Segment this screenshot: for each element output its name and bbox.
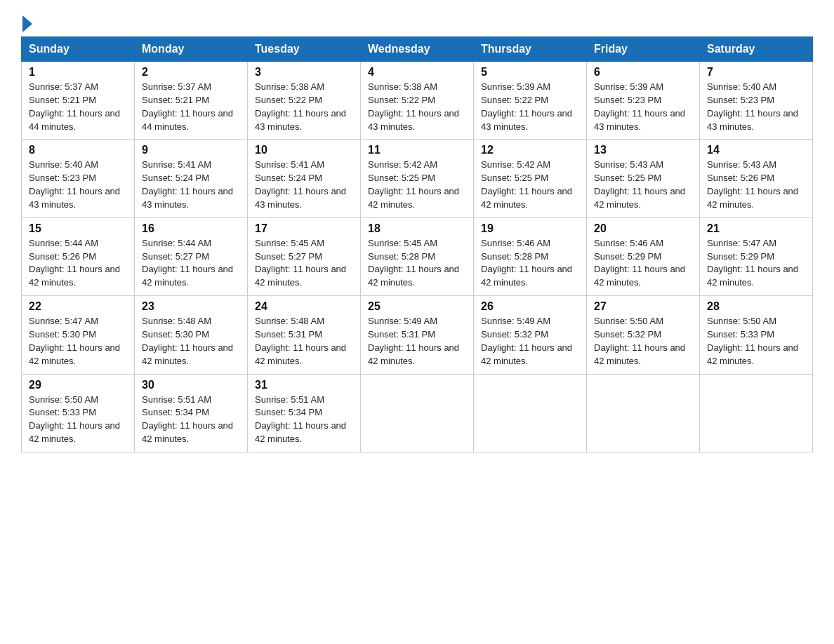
day-cell (361, 374, 474, 452)
day-number: 3 (255, 66, 353, 79)
day-cell (474, 374, 587, 452)
day-info: Sunrise: 5:51 AMSunset: 5:34 PMDaylight:… (142, 394, 240, 446)
day-cell: 29Sunrise: 5:50 AMSunset: 5:33 PMDayligh… (22, 374, 135, 452)
day-cell (587, 374, 700, 452)
day-info: Sunrise: 5:40 AMSunset: 5:23 PMDaylight:… (29, 159, 127, 211)
day-number: 5 (481, 66, 579, 79)
calendar-table: SundayMondayTuesdayWednesdayThursdayFrid… (21, 36, 813, 452)
day-info: Sunrise: 5:43 AMSunset: 5:25 PMDaylight:… (594, 159, 692, 211)
day-cell: 4Sunrise: 5:38 AMSunset: 5:22 PMDaylight… (361, 62, 474, 140)
day-cell: 7Sunrise: 5:40 AMSunset: 5:23 PMDaylight… (700, 62, 813, 140)
day-info: Sunrise: 5:39 AMSunset: 5:22 PMDaylight:… (481, 81, 579, 133)
day-info: Sunrise: 5:47 AMSunset: 5:30 PMDaylight:… (29, 315, 127, 368)
day-cell: 11Sunrise: 5:42 AMSunset: 5:25 PMDayligh… (361, 140, 474, 217)
day-number: 22 (29, 300, 127, 313)
day-number: 7 (707, 66, 805, 79)
header-tuesday: Tuesday (248, 37, 361, 62)
day-cell: 31Sunrise: 5:51 AMSunset: 5:34 PMDayligh… (248, 374, 361, 452)
day-cell: 8Sunrise: 5:40 AMSunset: 5:23 PMDaylight… (22, 140, 135, 217)
day-number: 12 (481, 144, 579, 156)
day-number: 31 (255, 379, 353, 391)
day-cell: 15Sunrise: 5:44 AMSunset: 5:26 PMDayligh… (22, 217, 135, 295)
week-row-4: 22Sunrise: 5:47 AMSunset: 5:30 PMDayligh… (22, 296, 813, 374)
day-cell: 28Sunrise: 5:50 AMSunset: 5:33 PMDayligh… (700, 296, 813, 374)
day-number: 8 (29, 144, 127, 156)
day-cell: 18Sunrise: 5:45 AMSunset: 5:28 PMDayligh… (361, 217, 474, 295)
day-info: Sunrise: 5:40 AMSunset: 5:23 PMDaylight:… (707, 81, 805, 133)
day-info: Sunrise: 5:42 AMSunset: 5:25 PMDaylight:… (368, 159, 466, 211)
day-cell: 13Sunrise: 5:43 AMSunset: 5:25 PMDayligh… (587, 140, 700, 217)
day-info: Sunrise: 5:51 AMSunset: 5:34 PMDaylight:… (255, 394, 353, 446)
day-cell: 23Sunrise: 5:48 AMSunset: 5:30 PMDayligh… (135, 296, 248, 374)
day-cell: 19Sunrise: 5:46 AMSunset: 5:28 PMDayligh… (474, 217, 587, 295)
week-row-2: 8Sunrise: 5:40 AMSunset: 5:23 PMDaylight… (22, 140, 813, 217)
day-number: 18 (368, 222, 466, 235)
logo (21, 14, 32, 29)
day-cell: 5Sunrise: 5:39 AMSunset: 5:22 PMDaylight… (474, 62, 587, 140)
day-info: Sunrise: 5:45 AMSunset: 5:28 PMDaylight:… (368, 237, 466, 290)
week-row-1: 1Sunrise: 5:37 AMSunset: 5:21 PMDaylight… (22, 62, 813, 140)
day-number: 6 (594, 66, 692, 79)
day-info: Sunrise: 5:41 AMSunset: 5:24 PMDaylight:… (255, 159, 353, 211)
day-info: Sunrise: 5:37 AMSunset: 5:21 PMDaylight:… (142, 81, 240, 133)
header-wednesday: Wednesday (361, 37, 474, 62)
day-info: Sunrise: 5:49 AMSunset: 5:31 PMDaylight:… (368, 315, 466, 368)
day-cell (700, 374, 813, 452)
day-cell: 12Sunrise: 5:42 AMSunset: 5:25 PMDayligh… (474, 140, 587, 217)
day-number: 10 (255, 144, 353, 156)
day-number: 1 (29, 66, 127, 79)
day-cell: 1Sunrise: 5:37 AMSunset: 5:21 PMDaylight… (22, 62, 135, 140)
day-cell: 20Sunrise: 5:46 AMSunset: 5:29 PMDayligh… (587, 217, 700, 295)
day-cell: 6Sunrise: 5:39 AMSunset: 5:23 PMDaylight… (587, 62, 700, 140)
day-number: 25 (368, 300, 466, 313)
day-info: Sunrise: 5:46 AMSunset: 5:28 PMDaylight:… (481, 237, 579, 290)
day-number: 27 (594, 300, 692, 313)
day-info: Sunrise: 5:49 AMSunset: 5:32 PMDaylight:… (481, 315, 579, 368)
day-info: Sunrise: 5:43 AMSunset: 5:26 PMDaylight:… (707, 159, 805, 211)
day-number: 17 (255, 222, 353, 235)
day-info: Sunrise: 5:47 AMSunset: 5:29 PMDaylight:… (707, 237, 805, 290)
day-info: Sunrise: 5:46 AMSunset: 5:29 PMDaylight:… (594, 237, 692, 290)
day-number: 15 (29, 222, 127, 235)
header-thursday: Thursday (474, 37, 587, 62)
day-info: Sunrise: 5:41 AMSunset: 5:24 PMDaylight:… (142, 159, 240, 211)
day-info: Sunrise: 5:38 AMSunset: 5:22 PMDaylight:… (368, 81, 466, 133)
day-number: 21 (707, 222, 805, 235)
day-info: Sunrise: 5:45 AMSunset: 5:27 PMDaylight:… (255, 237, 353, 290)
header-monday: Monday (135, 37, 248, 62)
day-info: Sunrise: 5:50 AMSunset: 5:33 PMDaylight:… (707, 315, 805, 368)
day-info: Sunrise: 5:48 AMSunset: 5:30 PMDaylight:… (142, 315, 240, 368)
day-info: Sunrise: 5:44 AMSunset: 5:26 PMDaylight:… (29, 237, 127, 290)
day-cell: 2Sunrise: 5:37 AMSunset: 5:21 PMDaylight… (135, 62, 248, 140)
day-info: Sunrise: 5:48 AMSunset: 5:31 PMDaylight:… (255, 315, 353, 368)
day-number: 24 (255, 300, 353, 313)
day-number: 29 (29, 379, 127, 391)
week-row-5: 29Sunrise: 5:50 AMSunset: 5:33 PMDayligh… (22, 374, 813, 452)
day-cell: 27Sunrise: 5:50 AMSunset: 5:32 PMDayligh… (587, 296, 700, 374)
day-cell: 25Sunrise: 5:49 AMSunset: 5:31 PMDayligh… (361, 296, 474, 374)
day-cell: 10Sunrise: 5:41 AMSunset: 5:24 PMDayligh… (248, 140, 361, 217)
logo-arrow-icon (22, 15, 32, 32)
day-info: Sunrise: 5:38 AMSunset: 5:22 PMDaylight:… (255, 81, 353, 133)
day-number: 14 (707, 144, 805, 156)
day-cell: 9Sunrise: 5:41 AMSunset: 5:24 PMDaylight… (135, 140, 248, 217)
day-info: Sunrise: 5:44 AMSunset: 5:27 PMDaylight:… (142, 237, 240, 290)
week-row-3: 15Sunrise: 5:44 AMSunset: 5:26 PMDayligh… (22, 217, 813, 295)
day-number: 9 (142, 144, 240, 156)
header-friday: Friday (587, 37, 700, 62)
day-number: 11 (368, 144, 466, 156)
day-number: 2 (142, 66, 240, 79)
header-sunday: Sunday (22, 37, 135, 62)
page-header (21, 14, 813, 29)
day-cell: 17Sunrise: 5:45 AMSunset: 5:27 PMDayligh… (248, 217, 361, 295)
day-cell: 14Sunrise: 5:43 AMSunset: 5:26 PMDayligh… (700, 140, 813, 217)
day-cell: 24Sunrise: 5:48 AMSunset: 5:31 PMDayligh… (248, 296, 361, 374)
day-info: Sunrise: 5:42 AMSunset: 5:25 PMDaylight:… (481, 159, 579, 211)
day-info: Sunrise: 5:37 AMSunset: 5:21 PMDaylight:… (29, 81, 127, 133)
day-info: Sunrise: 5:50 AMSunset: 5:32 PMDaylight:… (594, 315, 692, 368)
day-number: 28 (707, 300, 805, 313)
day-cell: 21Sunrise: 5:47 AMSunset: 5:29 PMDayligh… (700, 217, 813, 295)
header-saturday: Saturday (700, 37, 813, 62)
day-info: Sunrise: 5:39 AMSunset: 5:23 PMDaylight:… (594, 81, 692, 133)
day-number: 16 (142, 222, 240, 235)
